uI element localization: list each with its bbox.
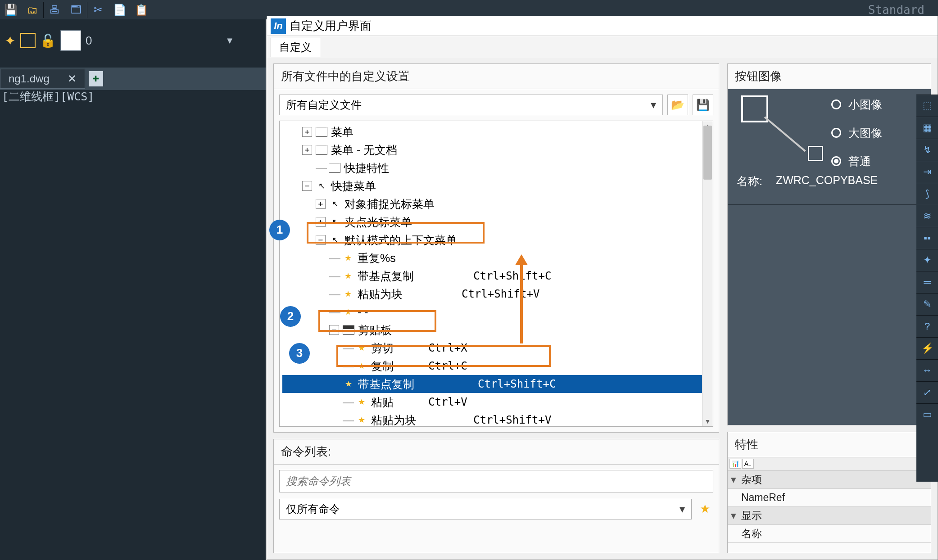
add-document-tab[interactable]	[89, 71, 103, 86]
command-filter-combo[interactable]: 仅所有命令 ▾	[279, 499, 692, 519]
callout-1: 1	[269, 220, 290, 240]
strip-icon-4[interactable]: ⇥	[916, 161, 938, 183]
prop-nameref[interactable]: NameRef	[728, 489, 931, 507]
radio-large-image[interactable]: 大图像	[831, 126, 882, 140]
preview-icon-large	[741, 95, 768, 122]
strip-icon-14[interactable]: ⤢	[916, 381, 938, 403]
strip-icon-5[interactable]: ⟆	[916, 183, 938, 205]
annotation-arrow-stem	[520, 264, 523, 343]
radio-small-image[interactable]: 小图像	[831, 97, 882, 112]
dialog-title: 自定义用户界面	[290, 18, 372, 34]
layer-color-swatch[interactable]	[60, 30, 81, 51]
prop-group-display[interactable]: ▾显示	[728, 507, 931, 525]
scroll-down-icon[interactable]: ▼	[702, 416, 713, 426]
tree-node-copybase2-selected[interactable]: ★带基点复制Ctrl+Shift+C	[282, 375, 710, 393]
dialog-titlebar: In 自定义用户界面	[267, 16, 938, 36]
toolbar-icon-paste[interactable]: 📋	[131, 0, 152, 19]
button-image-panel: 按钮图像 小图像 大图像 普通 名称: ZWRC_COPYBAS	[727, 63, 931, 425]
save-button[interactable]: 💾	[693, 95, 713, 115]
preview-icon-small	[808, 146, 823, 161]
layer-bar: ✦ 🔓 0 ▼	[0, 27, 239, 54]
strip-icon-15[interactable]: ▭	[916, 403, 938, 425]
button-image-name-label: 名称:	[737, 174, 762, 189]
tree-scrollbar[interactable]: ▲ ▼	[702, 121, 713, 426]
command-list-panel: 命令列表: 仅所有命令 ▾ ★	[273, 439, 719, 553]
document-tab-bar: ng1.dwg ✕	[0, 68, 266, 90]
cui-tree[interactable]: ▲ ▼ +菜单 +菜单 - 无文档 —快捷特性 −快捷菜单 +对象捕捉光标菜单 …	[279, 121, 713, 427]
toolbar-icon-cut[interactable]: ✂	[87, 0, 109, 19]
strip-icon-8[interactable]: ✦	[916, 249, 938, 271]
toolbar-icon-save[interactable]: 💾	[0, 0, 22, 19]
tree-node-menu[interactable]: +菜单	[282, 123, 710, 141]
cui-file-combo[interactable]: 所有自定义文件 ▾	[279, 95, 663, 115]
tree-node-pasteblock2[interactable]: —★粘贴为块Ctrl+Shift+V	[282, 411, 710, 427]
radio-normal-label: 普通	[848, 154, 871, 169]
strip-icon-12[interactable]: ⚡	[916, 337, 938, 359]
radio-normal-image[interactable]: 普通	[831, 154, 882, 169]
strip-icon-7[interactable]: ▪▪	[916, 227, 938, 249]
annotation-arrow-head	[515, 254, 528, 265]
favorite-filter-button[interactable]: ★	[697, 499, 713, 519]
tree-node-default-context[interactable]: −默认模式的上下文菜单	[282, 231, 710, 249]
tree-node-copybase1[interactable]: —★带基点复制Ctrl+Shift+C	[282, 267, 710, 285]
dialog-tabstrip: 自定义	[267, 36, 938, 57]
button-image-grid[interactable]	[728, 204, 931, 425]
tree-node-quickmenu[interactable]: −快捷菜单	[282, 177, 710, 195]
button-image-name-value: ZWRC_COPYBASE	[776, 174, 878, 189]
strip-icon-11[interactable]: ?	[916, 315, 938, 337]
layer-dropdown-icon[interactable]: ▼	[225, 36, 234, 46]
toolbar-icon-saveall[interactable]: 🗂	[22, 0, 43, 19]
toolbar-style-readout: Standard	[868, 3, 924, 17]
tree-node-separator[interactable]: —★- -	[282, 303, 710, 321]
radio-large-label: 大图像	[848, 126, 882, 140]
layer-name: 0	[86, 34, 92, 48]
tree-node-quickprops[interactable]: —快捷特性	[282, 159, 710, 177]
cui-dialog: In 自定义用户界面 自定义 所有文件中的自定义设置 所有自定义文件 ▾ 📂 💾	[267, 16, 938, 560]
tree-node-cut[interactable]: —★剪切Ctrl+X	[282, 339, 710, 357]
tree-node-grip-cursor[interactable]: +夹点光标菜单	[282, 213, 710, 231]
properties-panel: 特性 📊 A↓ ▾杂项 NameRef ▾显示 名称	[727, 432, 931, 553]
tree-node-pasteblock1[interactable]: —★粘贴为块Ctrl+Shift+V	[282, 285, 710, 303]
toolbar-icon-preview[interactable]: 🗔	[65, 0, 87, 19]
tree-node-repeat[interactable]: —★重复%s	[282, 249, 710, 267]
layer-unlock-icon[interactable]: 🔓	[40, 33, 56, 48]
tree-node-menu-nodoc[interactable]: +菜单 - 无文档	[282, 141, 710, 159]
open-folder-button[interactable]: 📂	[667, 95, 688, 115]
preview-icon-line	[764, 116, 806, 152]
strip-icon-1[interactable]: ⬚	[916, 95, 938, 117]
strip-icon-13[interactable]: ↔	[916, 359, 938, 381]
scroll-thumb[interactable]	[703, 126, 712, 180]
close-tab-icon[interactable]: ✕	[68, 72, 77, 85]
document-tab[interactable]: ng1.dwg ✕	[0, 69, 85, 89]
layer-new-icon[interactable]: ✦	[5, 33, 16, 49]
strip-icon-2[interactable]: ▦	[916, 117, 938, 139]
button-image-title: 按钮图像	[728, 64, 931, 89]
tree-node-osnap-cursor[interactable]: +对象捕捉光标菜单	[282, 195, 710, 213]
viewport-label: [二维线框][WCS]	[2, 89, 94, 104]
prop-name[interactable]: 名称	[728, 525, 931, 543]
app-logo-icon: In	[271, 18, 286, 34]
radio-small-label: 小图像	[848, 97, 882, 112]
toolbar-icon-print[interactable]: 🖶	[44, 0, 65, 19]
strip-icon-9[interactable]: ═	[916, 271, 938, 293]
prop-group-misc[interactable]: ▾杂项	[728, 471, 931, 489]
sort-alpha-button[interactable]: A↓	[742, 459, 754, 469]
cui-file-combo-label: 所有自定义文件	[286, 98, 362, 112]
tab-customize[interactable]: 自定义	[271, 38, 320, 57]
callout-2: 2	[280, 306, 301, 327]
strip-icon-6[interactable]: ≋	[916, 205, 938, 227]
layer-box-icon[interactable]	[20, 33, 36, 48]
chevron-down-icon: ▾	[651, 99, 656, 111]
sort-categorized-button[interactable]: 📊	[730, 459, 741, 469]
tree-node-copy[interactable]: —★复制Ctrl+C	[282, 357, 710, 375]
toolbar-icon-copy[interactable]: 📄	[109, 0, 131, 19]
command-filter-label: 仅所有命令	[286, 502, 340, 516]
command-search-input[interactable]	[279, 470, 713, 492]
properties-sort-strip: 📊 A↓	[728, 457, 931, 471]
properties-title: 特性	[728, 432, 931, 457]
button-image-preview: 小图像 大图像 普通 名称: ZWRC_COPYBASE	[728, 89, 931, 204]
strip-icon-10[interactable]: ✎	[916, 293, 938, 315]
tree-node-paste[interactable]: —★粘贴Ctrl+V	[282, 393, 710, 411]
strip-icon-3[interactable]: ↯	[916, 139, 938, 161]
tree-node-clipboard[interactable]: −剪贴板	[282, 321, 710, 339]
